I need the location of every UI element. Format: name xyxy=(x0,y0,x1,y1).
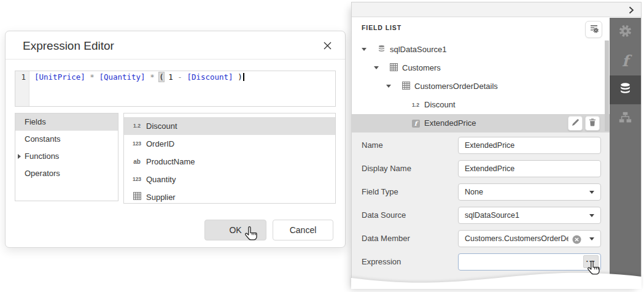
toolbar-tab-report-explorer[interactable] xyxy=(610,104,641,133)
code-token-number: 1 xyxy=(164,72,178,82)
data-source-select[interactable]: sqlDataSource1 xyxy=(458,207,601,224)
cancel-button[interactable]: Cancel xyxy=(273,220,333,240)
expand-down-icon[interactable] xyxy=(362,48,367,51)
dialog-title: Expression Editor xyxy=(23,39,114,53)
field-item-label: OrderID xyxy=(146,135,174,153)
category-label: Functions xyxy=(25,152,59,161)
expand-right-icon[interactable] xyxy=(18,154,21,159)
form-label-field-type: Field Type xyxy=(362,187,398,196)
screen: Expression Editor 1 [UnitPrice] * [Quant… xyxy=(0,0,644,292)
name-input[interactable]: ExtendedPrice xyxy=(458,137,601,154)
field-item-quantity[interactable]: 123Quantity xyxy=(124,171,335,188)
close-icon[interactable] xyxy=(324,41,332,50)
category-item-constants[interactable]: Constants xyxy=(15,131,118,148)
line-number: 1 xyxy=(21,72,26,82)
form-label-data-member: Data Member xyxy=(362,234,410,243)
chevron-down-icon[interactable] xyxy=(589,191,594,194)
field-item-productname[interactable]: abProductName xyxy=(124,153,335,171)
category-item-fields[interactable]: Fields xyxy=(15,113,118,131)
code-token-operator: * xyxy=(85,72,99,82)
field-item-label: Quantity xyxy=(146,171,176,188)
tree-node-customers[interactable]: Customers xyxy=(352,59,610,77)
code-token-field: [UnitPrice] xyxy=(34,72,85,82)
expression-code-line[interactable]: [UnitPrice] * [Quantity] * ( 1 - [Discou… xyxy=(34,72,244,82)
field-list-options-icon xyxy=(589,24,599,36)
field-item-orderid[interactable]: 123OrderID xyxy=(124,135,335,153)
edit-field-button[interactable] xyxy=(568,116,583,131)
display-name-input[interactable]: ExtendedPrice xyxy=(458,160,601,177)
field-list-title: FIELD LIST xyxy=(362,24,402,31)
field-item-supplier[interactable]: Supplier xyxy=(124,188,335,204)
database-icon xyxy=(619,82,632,98)
data-member-value: Customers.CustomersOrderDetail xyxy=(465,231,568,247)
table-icon xyxy=(402,82,410,91)
tree-node-label: sqlDataSource1 xyxy=(390,45,447,54)
pencil-icon xyxy=(572,118,580,128)
table-icon xyxy=(133,188,141,204)
data-member-select[interactable]: Customers.CustomersOrderDetail xyxy=(458,230,601,247)
integer-icon: 123 xyxy=(133,171,141,188)
toolbar-tab-field-list[interactable] xyxy=(610,75,641,104)
expand-down-icon[interactable] xyxy=(374,66,379,69)
chevron-down-icon[interactable] xyxy=(589,214,594,217)
hierarchy-icon xyxy=(619,112,632,126)
tree-node-label: ExtendedPrice xyxy=(424,118,476,128)
form-label-data-source: Data Source xyxy=(362,210,406,220)
form-label-name: Name xyxy=(362,140,383,150)
category-label: Fields xyxy=(25,117,46,126)
tree-node-sqldatasource1[interactable]: sqlDataSource1 xyxy=(352,40,610,59)
tree-node-customersorderdetails[interactable]: CustomersOrderDetails xyxy=(352,77,610,96)
tree-node-extendedprice[interactable]: fExtendedPrice xyxy=(352,114,610,133)
code-token-field: [Discount] xyxy=(187,72,233,82)
scrollbar-thumb[interactable] xyxy=(605,40,609,131)
fx-italic-icon: f xyxy=(622,52,629,70)
collapse-panel-chevron-icon[interactable] xyxy=(629,6,634,17)
panel-top-bar xyxy=(352,2,641,17)
code-token-operator: - xyxy=(177,72,187,82)
code-token-operator: * xyxy=(145,72,160,82)
decimal-icon: 1.2 xyxy=(133,117,141,135)
category-label: Constants xyxy=(25,134,61,144)
form-label-display-name: Display Name xyxy=(362,164,411,173)
delete-field-button[interactable] xyxy=(585,116,600,131)
field-item-label: Discount xyxy=(146,117,177,135)
fx-icon: f xyxy=(412,120,420,128)
trash-icon xyxy=(589,118,596,128)
expression-code-editor[interactable]: 1 [UnitPrice] * [Quantity] * ( 1 - [Disc… xyxy=(15,71,336,107)
category-list: FieldsConstantsFunctionsOperators xyxy=(15,113,118,201)
table-icon xyxy=(390,63,398,73)
ok-button[interactable]: OK xyxy=(204,220,266,240)
text-caret xyxy=(243,73,244,81)
integer-icon: 123 xyxy=(133,135,141,153)
code-token-paren-highlight: ( xyxy=(159,72,164,82)
toolbar-tab-expressions[interactable]: f xyxy=(610,47,641,75)
clear-value-button[interactable] xyxy=(572,234,581,243)
display-name-value: ExtendedPrice xyxy=(465,161,568,177)
data-source-value: sqlDataSource1 xyxy=(465,207,568,223)
field-type-value: None xyxy=(465,184,568,200)
field-list-content: FIELD LIST sqlDataSource1CustomersCustom… xyxy=(352,18,610,289)
code-token-field: [Quantity] xyxy=(99,72,145,82)
torn-edge-decoration xyxy=(351,264,642,289)
field-item-list: 1.2Discount123OrderIDabProductName123Qua… xyxy=(123,113,336,204)
code-token-number: ) xyxy=(233,72,242,82)
line-number-gutter: 1 xyxy=(15,71,29,106)
category-item-operators[interactable]: Operators xyxy=(15,165,118,182)
toolbar-tab-properties[interactable] xyxy=(610,18,641,47)
field-list-panel: FIELD LIST sqlDataSource1CustomersCustom… xyxy=(351,2,642,289)
category-item-functions[interactable]: Functions xyxy=(15,148,118,165)
tree-node-label: Customers xyxy=(402,63,441,72)
field-item-label: Supplier xyxy=(146,188,176,204)
category-label: Operators xyxy=(25,169,60,178)
expand-down-icon[interactable] xyxy=(386,85,391,88)
field-item-discount[interactable]: 1.2Discount xyxy=(124,117,335,135)
name-value: ExtendedPrice xyxy=(465,137,568,153)
chevron-down-icon[interactable] xyxy=(589,237,594,240)
designer-side-toolbar: f xyxy=(610,18,641,289)
tree-node-discount[interactable]: 1.2Discount xyxy=(352,96,610,114)
field-type-select[interactable]: None xyxy=(458,183,601,201)
field-item-label: ProductName xyxy=(146,153,195,171)
gear-icon xyxy=(619,25,632,40)
field-list-options-button[interactable] xyxy=(585,21,602,38)
expression-editor-dialog: Expression Editor 1 [UnitPrice] * [Quant… xyxy=(5,31,346,248)
